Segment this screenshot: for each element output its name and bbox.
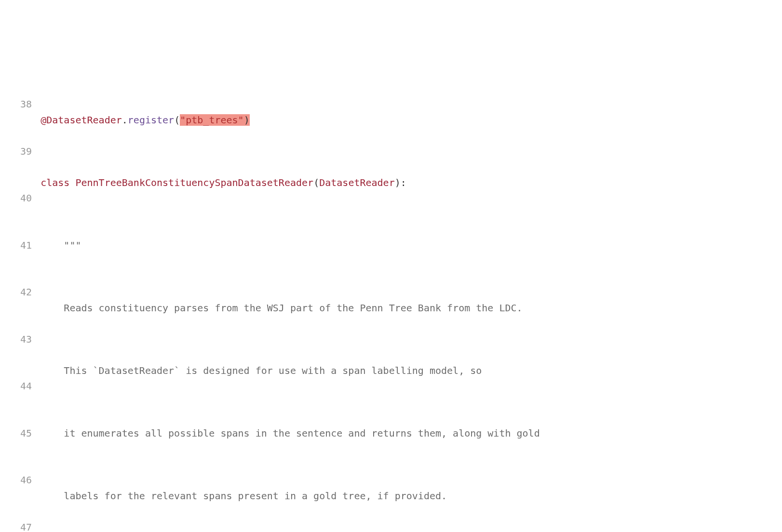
- line-number: 46: [9, 472, 32, 488]
- line-number: 47: [9, 519, 32, 532]
- decorator-at: @: [40, 114, 46, 126]
- line-number: 41: [9, 238, 32, 253]
- paren-close-colon: ):: [395, 177, 406, 188]
- code-line[interactable]: class PennTreeBankConstituencySpanDatase…: [40, 175, 782, 191]
- code-line[interactable]: Reads constituency parses from the WSJ p…: [40, 300, 782, 316]
- docstring-open: """: [40, 239, 81, 251]
- line-number: 42: [9, 284, 32, 300]
- line-number-gutter: 38 39 40 41 42 43 44 45 46 47 48 49 50 5…: [0, 65, 40, 532]
- dot: .: [122, 114, 128, 126]
- line-number: 38: [9, 96, 32, 112]
- code-editor[interactable]: 38 39 40 41 42 43 44 45 46 47 48 49 50 5…: [0, 63, 782, 532]
- docstring-text: labels for the relevant spans present in…: [40, 490, 447, 502]
- line-number: 43: [9, 332, 32, 347]
- code-line[interactable]: This `DatasetReader` is designed for use…: [40, 363, 782, 379]
- code-line[interactable]: @DatasetReader.register("ptb_trees"): [40, 112, 782, 128]
- line-number: 39: [9, 144, 32, 160]
- class-name: PennTreeBankConstituencySpanDatasetReade…: [75, 177, 313, 188]
- method-name: register: [128, 114, 174, 126]
- docstring-text: it enumerates all possible spans in the …: [40, 427, 540, 439]
- code-line[interactable]: """: [40, 238, 782, 253]
- line-number: 45: [9, 426, 32, 441]
- string-literal-highlighted: "ptb_trees": [180, 114, 243, 126]
- docstring-text: This `DatasetReader` is designed for use…: [40, 365, 482, 376]
- paren-open: (: [174, 114, 180, 126]
- decorator-class: DatasetReader: [46, 114, 122, 126]
- paren-open: (: [313, 177, 319, 188]
- base-class: DatasetReader: [319, 177, 395, 188]
- code-line[interactable]: it enumerates all possible spans in the …: [40, 426, 782, 441]
- code-line[interactable]: labels for the relevant spans present in…: [40, 488, 782, 504]
- space: [69, 177, 75, 188]
- line-number: 44: [9, 378, 32, 394]
- paren-close: ): [244, 114, 250, 126]
- docstring-text: Reads constituency parses from the WSJ p…: [40, 302, 522, 314]
- line-number: 40: [9, 190, 32, 206]
- keyword-class: class: [40, 177, 69, 188]
- code-area[interactable]: @DatasetReader.register("ptb_trees") cla…: [40, 65, 782, 532]
